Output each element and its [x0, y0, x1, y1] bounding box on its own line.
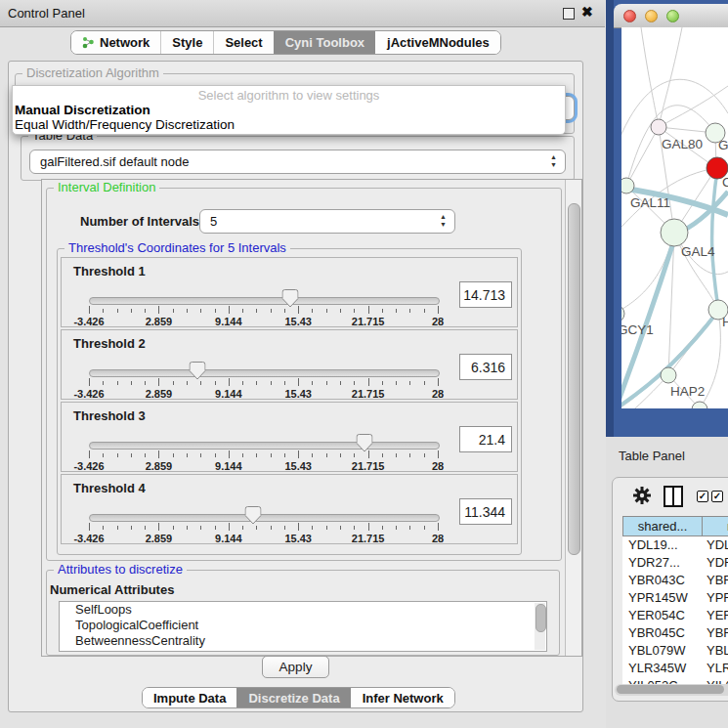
table-row[interactable]: YDR27...YDR2: [622, 554, 728, 572]
table-row[interactable]: YDL19...YDL1: [622, 536, 728, 554]
table-row[interactable]: YBL079WYBL0: [622, 642, 728, 660]
slider-tick: [187, 453, 188, 457]
control-panel-tab-bar: Network Style Select Cyni Toolbox jActiv…: [70, 30, 501, 55]
slider-tick: [89, 523, 90, 531]
slider-tick: [284, 381, 285, 385]
slider-tick-label: 9.144: [215, 460, 242, 472]
minimize-traffic-light-icon[interactable]: [645, 10, 658, 22]
tab-impute-data[interactable]: Impute Data: [143, 688, 236, 707]
threshold-slider[interactable]: -3.4262.8599.14415.4321.71528: [89, 289, 438, 326]
slider-track[interactable]: [89, 369, 440, 377]
network-canvas[interactable]: GAL80 G. C GAL11 GAL4 GCY1 H HAP2: [621, 27, 728, 408]
table-row[interactable]: YIL052CYIL0: [622, 677, 728, 684]
scrollbar-thumb[interactable]: [617, 685, 724, 694]
slider-track[interactable]: [89, 297, 440, 305]
network-node[interactable]: [621, 178, 634, 193]
slider-track[interactable]: [89, 514, 440, 522]
numerical-attributes-list[interactable]: SelfLoopsTopologicalCoefficientBetweenne…: [59, 601, 547, 652]
network-node[interactable]: [651, 119, 666, 135]
tab-cyni-toolbox[interactable]: Cyni Toolbox: [274, 31, 375, 54]
algorithm-option[interactable]: Manual Discretization: [13, 103, 565, 117]
tab-infer-network[interactable]: Infer Network: [351, 688, 454, 707]
slider-tick: [284, 453, 285, 457]
threshold-slider[interactable]: -3.4262.8599.14415.4321.71528: [89, 506, 438, 543]
slider-tick: [229, 523, 230, 531]
threshold-value-field[interactable]: 6.316: [459, 354, 512, 380]
table-data-combobox[interactable]: galFiltered.sif default node ▲▼: [29, 150, 566, 174]
control-panel-titlebar[interactable]: Control Panel ✖: [0, 0, 605, 27]
slider-tick: [145, 526, 146, 530]
zoom-traffic-light-icon[interactable]: [666, 10, 679, 22]
gear-icon[interactable]: [632, 486, 652, 505]
threshold-value-field[interactable]: 11.344: [459, 498, 512, 525]
table-row[interactable]: YER054CYER0: [622, 607, 728, 624]
threshold-value-field[interactable]: 14.713: [459, 281, 512, 308]
column-header[interactable]: shared...: [622, 516, 703, 536]
slider-tick-label: 21.715: [352, 460, 385, 472]
table-row[interactable]: YLR345WYLR3: [622, 660, 728, 677]
table-cell: YBL0: [703, 642, 728, 660]
table-toolbar: ✓ ✓: [613, 478, 728, 515]
interval-definition-group: Interval Definition Number of Intervals …: [46, 188, 562, 561]
table-row[interactable]: YBR045CYBR0: [622, 624, 728, 642]
network-node[interactable]: [661, 219, 688, 246]
network-view-window[interactable]: GAL80 G. C GAL11 GAL4 GCY1 H HAP2: [606, 0, 728, 437]
group-title: Discretization Algorithm: [22, 66, 163, 80]
attribute-item[interactable]: BetweennessCentrality: [60, 633, 546, 649]
threshold-value-field[interactable]: 21.4: [459, 426, 512, 452]
list-scrollbar[interactable]: [535, 603, 545, 650]
dropdown-hint: Select algorithm to view settings: [13, 86, 565, 103]
tab-jactivemnodules[interactable]: jActiveMNodules: [375, 31, 500, 54]
slider-tick-label: 2.859: [146, 460, 173, 472]
tab-discretize-data[interactable]: Discretize Data: [236, 688, 350, 707]
num-intervals-label: Number of Intervals: [80, 214, 199, 229]
slider-tick-label: -3.426: [73, 316, 104, 327]
table-cell: YLR345W: [622, 660, 703, 677]
float-window-icon[interactable]: [563, 8, 575, 20]
slider-handle[interactable]: [244, 506, 261, 528]
slider-tick: [368, 306, 369, 314]
column-header[interactable]: n: [703, 516, 728, 536]
slider-tick: [131, 453, 132, 457]
bottom-tab-bar: Impute Data Discretize Data Infer Networ…: [142, 687, 455, 708]
tab-select[interactable]: Select: [213, 31, 273, 54]
tab-network[interactable]: Network: [71, 31, 160, 54]
network-window-titlebar[interactable]: [614, 4, 728, 28]
tab-style[interactable]: Style: [160, 31, 213, 54]
slider-tick: [117, 309, 118, 313]
settings-vertical-scrollbar[interactable]: [565, 180, 581, 656]
threshold-slider[interactable]: -3.4262.8599.14415.4321.71528: [89, 434, 438, 471]
tab-label: Discretize Data: [248, 691, 339, 706]
tab-label: Infer Network: [363, 691, 444, 706]
apply-button[interactable]: Apply: [262, 656, 329, 678]
network-tab-icon: [82, 36, 95, 49]
threshold-slider[interactable]: -3.4262.8599.14415.4321.71528: [89, 362, 438, 399]
num-intervals-spinner[interactable]: 5 ▲▼: [199, 209, 455, 234]
algorithm-option[interactable]: Equal Width/Frequency Discretization: [13, 117, 565, 132]
node-label: G.: [718, 138, 728, 152]
network-node[interactable]: [661, 367, 676, 383]
checkbox-icon[interactable]: ✓: [697, 491, 708, 502]
table-row[interactable]: YPR145WYPR1: [622, 589, 728, 607]
close-icon[interactable]: ✖: [581, 4, 593, 20]
close-traffic-light-icon[interactable]: [623, 10, 636, 22]
scrollbar-thumb[interactable]: [568, 203, 580, 555]
slider-track[interactable]: [89, 442, 440, 450]
slider-handle[interactable]: [189, 362, 205, 383]
scrollbar-thumb[interactable]: [535, 604, 546, 632]
table-data-group: Table Data galFiltered.sif default node …: [21, 136, 575, 181]
table-horizontal-scrollbar[interactable]: [615, 684, 728, 696]
attribute-item[interactable]: SelfLoops: [60, 602, 546, 618]
column-view-icon[interactable]: [664, 486, 683, 507]
threshold-panel: Threshold 2 -3.4262.8599.14415.4321.7152…: [61, 329, 518, 400]
slider-handle[interactable]: [282, 289, 299, 311]
slider-handle[interactable]: [357, 434, 373, 455]
slider-tick: [89, 306, 90, 314]
slider-tick-label: 28: [432, 533, 444, 544]
slider-tick: [229, 450, 230, 458]
slider-tick: [242, 309, 243, 313]
table-row[interactable]: YBR043CYBR0: [622, 572, 728, 589]
attribute-item[interactable]: TopologicalCoefficient: [60, 618, 546, 633]
slider-tick: [298, 523, 299, 531]
checkbox-icon[interactable]: ✓: [711, 491, 723, 502]
